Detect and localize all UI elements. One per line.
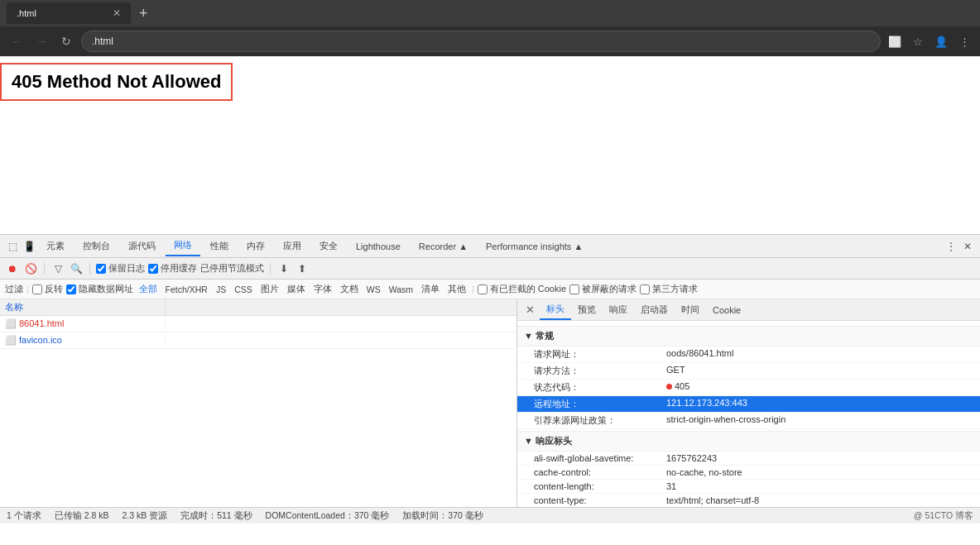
forward-button[interactable]: → (31, 31, 51, 51)
status-load-label: 加载时间：370 毫秒 (402, 510, 483, 520)
network-cell-name-favicon: ⬜favicon.ico (0, 335, 166, 346)
general-section-header[interactable]: ▼ 常规 (517, 326, 980, 347)
tab-performance-insights[interactable]: Performance insights ▲ (478, 238, 591, 255)
tab-elements[interactable]: 元素 (38, 237, 73, 256)
blocked-cookies-checkbox[interactable]: 有已拦截的 Cookie (478, 283, 566, 295)
detail-row-content-type: content-type: text/html; charset=utf-8 (517, 494, 980, 507)
detail-value-savetime: 1675762243 (666, 453, 717, 463)
filter-media[interactable]: 媒体 (285, 284, 308, 295)
tab-title: .html (17, 8, 36, 18)
hide-data-urls-label: 隐藏数据网址 (79, 283, 133, 295)
general-section-title: ▼ 常规 (524, 330, 554, 342)
third-party-input[interactable] (640, 284, 650, 294)
tab-lighthouse[interactable]: Lighthouse (348, 238, 409, 255)
error-box: 405 Method Not Allowed (0, 63, 233, 101)
tab-console[interactable]: 控制台 (74, 237, 118, 256)
network-list-header: 名称 (0, 299, 516, 316)
detail-tab-headers[interactable]: 标头 (540, 299, 571, 320)
filter-ws[interactable]: WS (364, 284, 383, 294)
third-party-label: 第三方请求 (652, 283, 698, 295)
search-icon[interactable]: 🔍 (69, 261, 84, 276)
network-row-favicon[interactable]: ⬜favicon.ico (0, 332, 516, 349)
tab-close-button[interactable]: ✕ (113, 7, 121, 19)
record-icon[interactable]: ⏺ (5, 261, 20, 276)
detail-close-button[interactable]: ✕ (521, 302, 540, 318)
filter-icon[interactable]: ▽ (50, 261, 65, 276)
active-tab[interactable]: .html ✕ (7, 2, 131, 24)
menu-icon[interactable]: ⋮ (955, 32, 973, 50)
filter-all[interactable]: 全部 (137, 284, 160, 295)
tab-memory[interactable]: 内存 (238, 237, 273, 256)
devtools-close-icon[interactable]: ✕ (960, 239, 975, 254)
devtools-network-toolbar: ⏺ 🚫 ▽ 🔍 保留日志 停用缓存 已停用节流模式 ⬇ ⬆ (0, 258, 980, 280)
filter-fetch-xhr[interactable]: Fetch/XHR (163, 284, 210, 294)
filter-other[interactable]: 其他 (445, 284, 468, 295)
blocked-cookies-input[interactable] (478, 284, 488, 294)
detail-tab-response[interactable]: 响应 (603, 300, 634, 319)
bookmark-icon[interactable]: ☆ (909, 32, 927, 50)
status-dot-red (666, 384, 672, 390)
preserve-log-checkbox[interactable]: 保留日志 (96, 262, 145, 275)
export-icon[interactable]: ⬆ (295, 261, 310, 276)
page-content: 405 Method Not Allowed (0, 56, 980, 234)
throttle-label: 已停用节流模式 (200, 262, 264, 275)
filter-css[interactable]: CSS (232, 284, 255, 294)
detail-key-savetime: ali-swift-global-savetime: (534, 453, 666, 463)
tab-application[interactable]: 应用 (275, 237, 310, 256)
disable-cache-input[interactable] (148, 264, 158, 274)
error-title: 405 Method Not Allowed (12, 71, 221, 92)
row-icon-error: ⬜ (5, 318, 17, 328)
extensions-icon[interactable]: ⬜ (886, 32, 904, 50)
tab-performance[interactable]: 性能 (202, 237, 237, 256)
detail-key-content-type: content-type: (534, 495, 666, 505)
detail-tab-preview[interactable]: 预览 (571, 300, 603, 319)
detail-tab-initiator[interactable]: 启动器 (634, 300, 675, 319)
blocked-requests-input[interactable] (569, 284, 579, 294)
tab-source[interactable]: 源代码 (120, 237, 164, 256)
status-load-time: 加载时间：370 毫秒 (402, 510, 483, 522)
new-tab-button[interactable]: + (134, 5, 153, 22)
throttle-checkbox[interactable]: 已停用节流模式 (200, 262, 264, 275)
filter-manifest[interactable]: 清单 (419, 284, 442, 295)
tab-recorder[interactable]: Recorder ▲ (411, 238, 476, 255)
filter-img[interactable]: 图片 (258, 284, 281, 295)
blocked-requests-checkbox[interactable]: 被屏蔽的请求 (569, 283, 637, 295)
address-bar[interactable]: .html (81, 31, 881, 52)
detail-tab-cookies[interactable]: Cookie (706, 302, 747, 318)
third-party-checkbox[interactable]: 第三方请求 (640, 283, 698, 295)
status-dom-label: DOMContentLoaded：370 毫秒 (266, 510, 390, 520)
detail-key-method: 请求方法： (534, 365, 666, 377)
detail-row-remote: 远程地址： 121.12.173.243:443 (517, 396, 980, 413)
nav-icons-right: ⬜ ☆ 👤 ⋮ (886, 32, 973, 50)
hide-data-urls-checkbox[interactable]: 隐藏数据网址 (66, 283, 133, 295)
disable-cache-checkbox[interactable]: 停用缓存 (148, 262, 197, 275)
preserve-log-input[interactable] (96, 264, 106, 274)
invert-input[interactable] (32, 284, 42, 294)
filter-doc[interactable]: 文档 (338, 284, 361, 295)
status-bar: 1 个请求 已传输 2.8 kB 2.3 kB 资源 完成时：511 毫秒 DO… (0, 507, 980, 523)
devtools-panel: ⬚ 📱 元素 控制台 源代码 网络 性能 内存 应用 安全 Lighthouse… (0, 234, 980, 507)
hide-data-urls-input[interactable] (66, 284, 76, 294)
filter-sep-2: | (472, 284, 474, 294)
filter-wasm[interactable]: Wasm (387, 284, 416, 294)
back-button[interactable]: ← (7, 31, 26, 51)
filter-font[interactable]: 字体 (311, 284, 334, 295)
filter-js[interactable]: JS (214, 284, 228, 294)
detail-tab-timing[interactable]: 时间 (675, 300, 706, 319)
devtools-inspect-icon[interactable]: ⬚ (5, 239, 20, 254)
clear-icon[interactable]: 🚫 (23, 261, 38, 276)
disable-cache-label: 停用缓存 (161, 262, 197, 275)
network-row-86041[interactable]: ⬜86041.html (0, 316, 516, 332)
refresh-button[interactable]: ↻ (56, 31, 76, 51)
devtools-tabs-bar: ⬚ 📱 元素 控制台 源代码 网络 性能 内存 应用 安全 Lighthouse… (0, 235, 980, 258)
response-headers-section-header[interactable]: ▼ 响应标头 (517, 431, 980, 452)
devtools-device-icon[interactable]: 📱 (22, 239, 36, 254)
toolbar-sep-2 (89, 263, 90, 275)
profile-icon[interactable]: 👤 (932, 32, 950, 50)
invert-checkbox[interactable]: 反转 (32, 283, 63, 295)
tab-network[interactable]: 网络 (166, 236, 200, 256)
devtools-more-tools[interactable]: ⋮ (944, 239, 958, 254)
tab-security[interactable]: 安全 (311, 237, 346, 256)
import-icon[interactable]: ⬇ (276, 261, 291, 276)
filter-label: 过滤 (5, 283, 23, 295)
